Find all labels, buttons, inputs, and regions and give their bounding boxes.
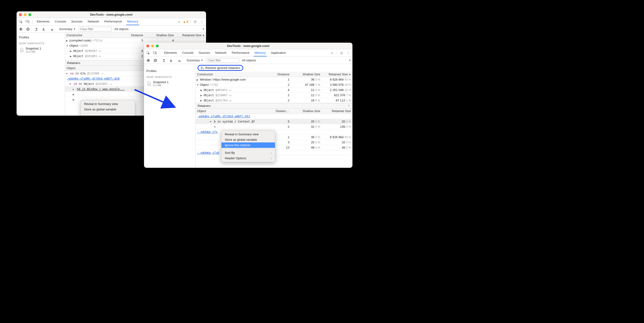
col-distance[interactable]: Distance [128, 34, 144, 37]
memory-toolbar: Summary▼ All objects ▼ [16, 26, 206, 33]
record-icon[interactable] [18, 26, 24, 32]
gear-icon[interactable] [192, 19, 198, 25]
col-shallow[interactable]: Shallow Size [291, 73, 322, 76]
tab-memory[interactable]: Memory [254, 50, 267, 56]
tab-network[interactable]: Network [87, 18, 100, 25]
restore-ignored-button[interactable]: Restore ignored retainers [198, 65, 243, 71]
chevron-down-icon[interactable]: ▼ [196, 84, 199, 86]
table-row[interactable]: ▼ Object ×1782 2 47 1881 % 3 580 57639 % [196, 82, 352, 88]
chevron-right-icon: › [271, 157, 272, 160]
menu-store[interactable]: Store as global variable [81, 107, 135, 112]
tab-sources[interactable]: Sources [198, 50, 211, 56]
class-filter-input[interactable] [206, 58, 239, 63]
kebab-icon[interactable]: ⋮ [199, 19, 205, 25]
clear-icon[interactable] [152, 58, 158, 63]
chevron-right-icon[interactable]: ▶ [196, 79, 199, 81]
inspect-icon[interactable] [146, 50, 151, 56]
col-distance[interactable]: Distance [274, 73, 291, 76]
chevron-right-icon[interactable]: ▶ [200, 99, 203, 102]
constructor-table-header: Constructor Distance Shallow Size Retain… [65, 33, 206, 38]
menu-ignore-retainer[interactable]: Ignore this retainer [222, 142, 275, 148]
tab-performance[interactable]: Performance [231, 50, 250, 56]
tab-application[interactable]: Application [270, 50, 287, 56]
col-retained[interactable]: Retained Size [322, 109, 352, 113]
menu-sort[interactable]: Sort By› [222, 150, 275, 155]
upload-icon[interactable] [34, 26, 39, 32]
snapshot-item[interactable]: Snapshot 1 9.3 MB [144, 79, 196, 88]
tab-elements[interactable]: Elements [163, 50, 178, 56]
menu-store[interactable]: Store as global variable [222, 137, 275, 142]
context-menu: Reveal in Summary view Store as global v… [221, 130, 275, 162]
table-row[interactable]: ▶ Object @216867 ▭ 2 120 % 622 3767 % [196, 93, 352, 98]
clear-icon[interactable] [25, 26, 31, 32]
chevron-down-icon[interactable]: ▼ [214, 126, 216, 128]
table-row[interactable]: ,qddgKe,sTsDMc,dtl0hd,eHDfl:952 [196, 114, 352, 119]
col-object[interactable]: Object [196, 109, 274, 113]
col-distance[interactable]: Distance▲ [274, 109, 291, 113]
table-row[interactable]: ▶ Object @241763 ▭ 2 160 % 87 1121 % [196, 98, 352, 103]
menu-reveal[interactable]: Reveal in Summary view [222, 132, 275, 137]
tab-performance[interactable]: Performance [103, 18, 123, 25]
download-icon[interactable] [168, 58, 174, 63]
chevron-right-icon[interactable]: ▶ [200, 89, 203, 92]
table-row[interactable]: ▶ (compiled code) ×75214 3 4 [65, 38, 206, 43]
chevron-right-icon[interactable]: ▶ [70, 55, 72, 58]
svg-rect-12 [156, 52, 156, 54]
tab-elements[interactable]: Elements [36, 18, 50, 25]
upload-icon[interactable] [161, 58, 167, 63]
col-constructor[interactable]: Constructor [196, 73, 274, 76]
menu-reveal[interactable]: Reveal in Summary view [81, 101, 135, 107]
chevron-right-icon[interactable]: ▶ [70, 50, 72, 52]
chevron-right-icon[interactable]: ▶ [200, 94, 203, 97]
objects-select[interactable]: All objects [113, 27, 130, 31]
col-constructor[interactable]: Constructor [65, 34, 128, 37]
objects-select[interactable]: All objects [241, 58, 258, 63]
tab-console[interactable]: Console [54, 18, 67, 25]
view-select[interactable]: Summary▼ [58, 27, 77, 31]
overflow-icon[interactable]: » [176, 19, 182, 25]
col-retained[interactable]: Retained Size ▼ [175, 34, 206, 37]
tab-console[interactable]: Console [181, 50, 194, 56]
chevron-down-icon[interactable]: ▼ [210, 120, 212, 123]
table-row[interactable]: ▶ Object @461651 ▭ 4 120 % 2 251 04824 % [196, 88, 352, 93]
gc-icon[interactable] [49, 26, 55, 32]
tab-network[interactable]: Network [214, 50, 228, 56]
class-filter-input[interactable] [79, 27, 112, 32]
gear-icon[interactable] [339, 50, 344, 56]
chevron-right-icon[interactable]: ▶ [66, 39, 68, 42]
download-icon[interactable] [41, 26, 46, 32]
col-shallow[interactable]: Shallow Size [291, 109, 322, 113]
chevron-down-icon[interactable]: ▼ [70, 83, 72, 85]
record-icon[interactable] [146, 58, 151, 63]
chevron-down-icon[interactable]: ▼ [66, 45, 68, 47]
col-retained[interactable]: Retained Size ▼ [322, 73, 352, 76]
table-row[interactable]: ▶ Window / https://www.google.com 1 360 … [196, 77, 352, 82]
menu-header-options[interactable]: Header Options› [222, 155, 275, 161]
warnings-badge[interactable]: ▲ 2 [183, 20, 188, 24]
file-icon [20, 48, 24, 52]
chevron-right-icon[interactable]: ▶ [73, 88, 75, 91]
kebab-icon[interactable]: ⋮ [345, 50, 351, 56]
chevron-right-icon[interactable]: ▶ [73, 93, 75, 96]
menu-separator [222, 149, 275, 149]
inspect-icon[interactable] [18, 19, 24, 25]
tab-sources[interactable]: Sources [70, 18, 84, 25]
constructor-table-header: Constructor Distance Shallow Size Retain… [196, 72, 352, 77]
overflow-icon[interactable]: » [329, 50, 335, 56]
table-row[interactable]: ▼ b in system / Context @? 3 200 % 200 % [196, 119, 352, 124]
svg-point-5 [20, 29, 22, 30]
view-select[interactable]: Summary▼ [185, 58, 205, 63]
device-icon[interactable] [25, 19, 30, 25]
menu-sort[interactable]: Sort By› [81, 114, 135, 116]
gc-icon[interactable] [177, 58, 182, 63]
hamburger-icon[interactable]: ≡ [348, 104, 350, 107]
tab-memory[interactable]: Memory [126, 18, 139, 25]
chevron-right-icon[interactable]: ▶ [73, 98, 75, 101]
retainers-header: Object Distance▲ Shallow Size Retained S… [196, 109, 352, 114]
table-row[interactable]: ▼ 2 320 % 1360 % [196, 124, 352, 129]
device-icon[interactable] [152, 50, 158, 56]
source-link[interactable]: ,qddgKe,sTsDMc,dtl0hd,eHDfl:952 [196, 115, 274, 118]
snapshot-item[interactable]: Snapshot 1 13.6 MB [16, 46, 65, 54]
chevron-down-icon[interactable]: ▼ [66, 72, 68, 75]
col-shallow[interactable]: Shallow Size [144, 34, 175, 37]
